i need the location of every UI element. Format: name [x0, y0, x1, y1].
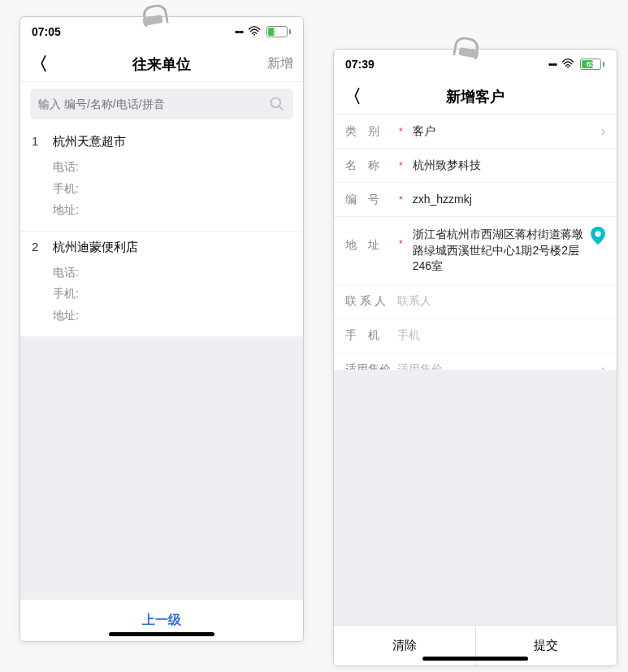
back-button[interactable]: 〈	[344, 85, 376, 109]
nav-bar: 〈 往来单位 新增	[20, 46, 303, 82]
page-title: 往来单位	[63, 54, 261, 74]
home-indicator	[109, 632, 214, 636]
item-addr-label: 地址:	[53, 305, 292, 327]
home-indicator	[422, 657, 528, 661]
search-icon	[269, 96, 285, 112]
binder-clip-icon	[138, 0, 171, 33]
page-title: 新增客户	[376, 87, 574, 106]
required-mark: *	[399, 227, 403, 249]
status-time: 07:39	[345, 58, 375, 71]
field-value: 浙江省杭州市西湖区蒋村街道蒋墩路绿城西溪世纪中心1期2号楼2层246室	[413, 227, 584, 275]
svg-line-2	[279, 106, 284, 111]
item-phone-label: 电话:	[53, 262, 292, 284]
status-icons: •••• 63	[548, 58, 605, 71]
field-label: 地 址	[345, 227, 391, 253]
wifi-icon	[561, 59, 574, 71]
field-contact[interactable]: 联 系 人 联系人	[334, 285, 617, 319]
field-type[interactable]: 类 别* 客户 ›	[334, 115, 617, 149]
field-label: 适用售价	[345, 362, 391, 370]
field-value: zxh_hzzmkj	[413, 192, 605, 208]
signal-icon: ••••	[235, 28, 243, 37]
field-label: 名 称	[345, 158, 391, 173]
field-value: 杭州致梦科技	[413, 158, 605, 174]
required-mark: *	[399, 126, 403, 137]
wifi-icon	[248, 26, 261, 38]
field-label: 编 号	[345, 193, 391, 207]
field-label: 联 系 人	[345, 294, 391, 309]
field-placeholder: 适用售价	[397, 362, 595, 370]
search-input[interactable]	[38, 98, 262, 111]
chevron-right-icon: ›	[601, 362, 605, 370]
battery-icon: 37	[266, 25, 292, 38]
field-label: 类 别	[345, 124, 391, 139]
required-mark: *	[399, 160, 403, 171]
back-button[interactable]: 〈	[30, 52, 63, 76]
contacts-list: 1 杭州天意超市 电话: 手机: 地址: 2 杭州迪蒙便利店 电话: 手机: 地…	[20, 126, 303, 599]
field-price[interactable]: 适用售价 适用售价 ›	[334, 353, 617, 370]
nav-bar: 〈 新增客户	[334, 79, 617, 115]
field-placeholder: 联系人	[397, 293, 605, 310]
item-name: 杭州迪蒙便利店	[53, 240, 138, 255]
item-mobile-label: 手机:	[53, 283, 292, 305]
list-item[interactable]: 1 杭州天意超市 电话: 手机: 地址:	[20, 126, 303, 232]
field-mobile[interactable]: 手 机 手机	[334, 319, 617, 353]
location-pin-icon[interactable]	[591, 227, 605, 249]
add-button[interactable]: 新增	[261, 55, 293, 72]
status-icons: •••• 37	[235, 25, 292, 38]
item-phone-label: 电话:	[53, 156, 292, 178]
customer-form: 类 别* 客户 › 名 称* 杭州致梦科技 编 号* zxh_hzzmkj 地 …	[334, 115, 617, 665]
item-index: 2	[32, 240, 41, 255]
phone-add-customer: 07:39 •••• 63 〈 新增客户 类 别* 客户 ›	[333, 49, 617, 666]
field-name[interactable]: 名 称* 杭州致梦科技	[334, 149, 617, 183]
phone-contacts-list: 07:05 •••• 37 〈 往来单位 新增	[19, 16, 304, 642]
list-item[interactable]: 2 杭州迪蒙便利店 电话: 手机: 地址:	[20, 232, 303, 337]
svg-point-1	[271, 98, 281, 108]
item-addr-label: 地址:	[53, 199, 292, 221]
search-box[interactable]	[30, 89, 293, 119]
signal-icon: ••••	[548, 60, 557, 69]
item-index: 1	[32, 134, 41, 150]
svg-point-0	[253, 33, 255, 35]
status-time: 07:05	[32, 25, 61, 38]
binder-clip-icon	[451, 33, 483, 65]
chevron-right-icon: ›	[601, 124, 605, 139]
item-name: 杭州天意超市	[53, 134, 126, 150]
required-mark: *	[399, 194, 403, 206]
field-placeholder: 手机	[397, 327, 605, 344]
item-mobile-label: 手机:	[53, 178, 292, 200]
field-code[interactable]: 编 号* zxh_hzzmkj	[334, 183, 617, 217]
form-blank-area	[334, 370, 617, 625]
field-value: 客户	[413, 124, 595, 140]
field-label: 手 机	[345, 328, 391, 343]
field-address[interactable]: 地 址* 浙江省杭州市西湖区蒋村街道蒋墩路绿城西溪世纪中心1期2号楼2层246室	[334, 217, 617, 285]
svg-point-3	[567, 66, 569, 67]
battery-icon: 63	[579, 58, 605, 71]
svg-point-4	[595, 231, 600, 236]
